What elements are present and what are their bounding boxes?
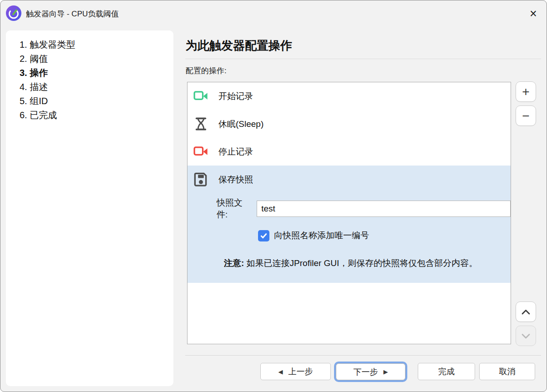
unique-number-label: 向快照名称添加唯一编号 <box>274 230 369 241</box>
step-trigger-type: 1. 触发器类型 <box>20 38 173 52</box>
move-up-button[interactable] <box>516 302 536 322</box>
arrow-right-icon: ▶ <box>384 369 388 375</box>
snapshot-file-row: 快照文件: <box>187 197 511 221</box>
unique-number-checkbox[interactable] <box>258 230 269 241</box>
hourglass-icon <box>193 116 208 131</box>
footer-divider <box>185 355 541 356</box>
step-actions-current: 3. 操作 <box>20 66 173 80</box>
title-bar: 触发器向导 - CPU负载阈值 × <box>0 0 547 27</box>
step-threshold: 2. 阈值 <box>20 52 173 66</box>
action-label: 休眠(Sleep) <box>218 118 263 130</box>
list-item-start-recording[interactable]: 开始记录 <box>187 82 511 110</box>
close-icon[interactable]: × <box>526 6 541 21</box>
window-title: 触发器向导 - CPU负载阈值 <box>26 0 119 27</box>
list-item-stop-recording[interactable]: 停止记录 <box>187 138 511 166</box>
snapshot-file-input[interactable] <box>257 201 511 217</box>
action-label: 开始记录 <box>218 90 253 102</box>
snapshot-file-label: 快照文件: <box>217 197 253 221</box>
next-label: 下一步 <box>354 367 378 377</box>
record-stop-icon <box>193 144 208 159</box>
back-button[interactable]: ◀ 上一步 <box>260 363 331 380</box>
step-description: 4. 描述 <box>20 80 173 94</box>
chevron-up-icon <box>521 309 531 315</box>
checkmark-icon <box>260 232 268 240</box>
page-title: 为此触发器配置操作 <box>186 38 292 54</box>
remove-action-button[interactable]: − <box>516 106 536 126</box>
next-button[interactable]: 下一步 ▶ <box>336 363 405 380</box>
step-group-id: 5. 组ID <box>20 94 173 108</box>
unique-number-row[interactable]: 向快照名称添加唯一编号 <box>258 230 511 241</box>
jprofiler-logo-icon <box>5 5 22 21</box>
move-down-button[interactable] <box>516 326 536 346</box>
header-divider <box>185 59 541 59</box>
add-action-button[interactable]: + <box>516 81 536 102</box>
list-item-sleep[interactable]: 休眠(Sleep) <box>187 110 511 138</box>
chevron-down-icon <box>521 333 531 339</box>
note-prefix: 注意: <box>224 258 244 268</box>
action-label: 停止记录 <box>218 146 253 158</box>
snapshot-note: 注意: 如果已连接JProfiler GUI，则保存的快照将仅包含部分内容。 <box>224 256 493 270</box>
wizard-steps-sidebar: 1. 触发器类型 2. 阈值 3. 操作 4. 描述 5. 组ID 6. 已完成 <box>6 30 173 386</box>
trigger-wizard-dialog: 触发器向导 - CPU负载阈值 × 1. 触发器类型 2. 阈值 3. 操作 4… <box>0 0 547 392</box>
action-label: 保存快照 <box>218 174 253 186</box>
save-snapshot-icon <box>193 172 208 187</box>
list-item-save-snapshot-selected[interactable]: 保存快照 <box>187 166 511 193</box>
arrow-left-icon: ◀ <box>279 369 283 375</box>
cancel-button[interactable]: 取消 <box>479 363 535 380</box>
record-start-icon <box>193 89 208 104</box>
finish-button[interactable]: 完成 <box>418 363 475 380</box>
actions-list: 开始记录 休眠(Sleep) 停止记录 <box>187 82 511 344</box>
back-label: 上一步 <box>289 366 313 377</box>
step-finished: 6. 已完成 <box>20 108 173 122</box>
configured-actions-label: 配置的操作: <box>186 65 227 76</box>
selected-action-panel: 保存快照 快照文件: 向快照名称添加唯一编号 注意: 如果已连接JProfile… <box>187 166 511 283</box>
note-text: 如果已连接JProfiler GUI，则保存的快照将仅包含部分内容。 <box>244 258 477 268</box>
